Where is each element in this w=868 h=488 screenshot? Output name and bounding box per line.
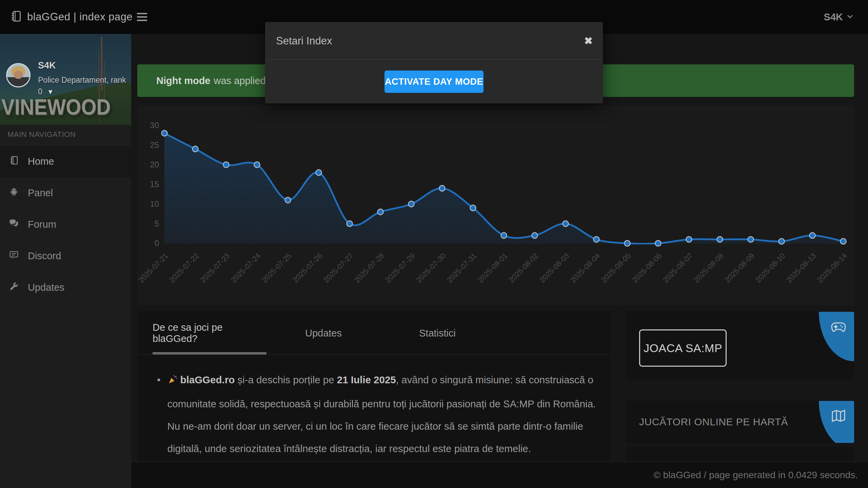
svg-text:2025-07-24: 2025-07-24: [229, 251, 262, 284]
setari-index-modal: Setari Index ✖ ACTIVATE DAY MODE: [265, 22, 603, 103]
avatar: [6, 63, 31, 87]
svg-text:2025-07-26: 2025-07-26: [291, 251, 324, 284]
footer-text: © blaGGed / page generated in 0.0429 sec…: [653, 470, 858, 481]
players-chart-card: 0510152025302025-07-212025-07-222025-07-…: [137, 105, 854, 305]
map-icon: [830, 408, 847, 424]
tab-de-ce-sa-joci[interactable]: De ce sa joci pe blaGGed?: [153, 312, 267, 354]
partial-card: [626, 447, 854, 462]
about-text-1: și-a deschis porțile pe: [235, 374, 337, 385]
sidebar-item-panel[interactable]: Panel: [0, 177, 131, 209]
players-line-chart: 0510152025302025-07-212025-07-222025-07-…: [137, 105, 854, 305]
svg-text:2025-07-22: 2025-07-22: [167, 251, 200, 284]
tab-updates[interactable]: Updates: [267, 312, 380, 354]
comments-icon: [9, 218, 19, 231]
modal-header: Setari Index ✖: [265, 22, 603, 60]
modal-title: Setari Index: [276, 22, 332, 60]
sidebar-item-forum[interactable]: Forum: [0, 209, 131, 240]
chevron-down-icon: [846, 13, 854, 21]
footer: © blaGGed / page generated in 0.0429 sec…: [131, 462, 868, 488]
tab-statistici[interactable]: Statistici: [380, 312, 494, 354]
svg-text:2025-08-13: 2025-08-13: [785, 251, 817, 284]
sidebar-item-updates[interactable]: Updates: [0, 272, 131, 303]
android-icon: [9, 187, 19, 199]
sidebar-item-label: Discord: [28, 250, 61, 262]
svg-text:2025-07-21: 2025-07-21: [137, 251, 170, 284]
about-bold-1: blaGGed.ro: [180, 374, 235, 385]
about-text-2: , având o singură misiune: să construias…: [167, 374, 596, 454]
svg-text:20: 20: [150, 160, 159, 169]
svg-text:2025-08-08: 2025-08-08: [692, 251, 725, 284]
wrench-icon: [9, 281, 19, 294]
sidebar-item-discord[interactable]: Discord: [0, 240, 131, 272]
svg-text:2025-07-31: 2025-07-31: [445, 251, 478, 284]
play-samp-card: JOACA SA:MP: [626, 312, 854, 379]
bullet: •: [157, 369, 161, 460]
svg-text:2025-08-02: 2025-08-02: [507, 251, 540, 284]
vinewood-sign-text: VINEWOOD: [1, 94, 131, 120]
svg-text:2025-07-28: 2025-07-28: [353, 251, 386, 284]
gamepad-icon: [830, 319, 847, 335]
close-icon[interactable]: ✖: [584, 22, 593, 60]
corner-badge: [819, 401, 854, 443]
user-rank-line2: 0: [38, 87, 42, 96]
svg-text:15: 15: [150, 180, 159, 189]
sidebar-item-label: Updates: [28, 282, 64, 293]
svg-text:2025-08-07: 2025-08-07: [661, 251, 694, 284]
sidebar-user-panel: VINEWOOD S4K Police Departament, rank 0▼: [0, 34, 131, 125]
svg-text:5: 5: [155, 219, 159, 228]
svg-text:2025-08-14: 2025-08-14: [815, 251, 848, 284]
activate-day-mode-button[interactable]: ACTIVATE DAY MODE: [384, 70, 484, 93]
svg-text:25: 25: [150, 140, 159, 149]
svg-text:2025-07-25: 2025-07-25: [260, 251, 293, 284]
sidebar-item-label: Panel: [28, 187, 53, 199]
logo-text: blaGGed | index page: [27, 11, 133, 23]
caret-down-icon[interactable]: ▼: [47, 86, 54, 98]
svg-text:2025-08-03: 2025-08-03: [538, 251, 571, 284]
play-samp-button[interactable]: JOACA SA:MP: [639, 329, 727, 367]
svg-text:2025-08-01: 2025-08-01: [476, 251, 509, 284]
svg-text:2025-07-23: 2025-07-23: [198, 251, 231, 284]
corner-badge: [819, 312, 854, 361]
about-bold-2: 21 Iulie 2025: [337, 374, 396, 385]
sidebar-toggle-hamburger-icon[interactable]: [137, 11, 149, 23]
svg-text:2025-07-30: 2025-07-30: [414, 251, 447, 284]
info-tabs-card: De ce sa joci pe blaGGed? Updates Statis…: [137, 312, 610, 462]
about-paragraph: • blaGGed.ro și-a deschis porțile pe 21 …: [157, 369, 598, 460]
logo[interactable]: blaGGed | index page: [9, 0, 133, 34]
svg-text:2025-08-05: 2025-08-05: [599, 251, 632, 284]
user-menu[interactable]: S4K: [824, 0, 854, 34]
svg-text:2025-08-10: 2025-08-10: [754, 251, 787, 284]
sidebar-item-label: Home: [28, 156, 54, 167]
players-map-title: JUCĂTORI ONLINE PE HARTĂ: [639, 401, 788, 443]
user-name: S4K: [38, 60, 126, 71]
notebook-logo-icon: [9, 10, 22, 24]
user-menu-label: S4K: [824, 12, 843, 23]
players-map-card: JUCĂTORI ONLINE PE HARTĂ: [626, 401, 854, 443]
sidebar-section-label: MAIN NAVIGATION: [7, 130, 76, 139]
svg-text:2025-07-29: 2025-07-29: [383, 251, 416, 284]
svg-text:2025-08-09: 2025-08-09: [723, 251, 756, 284]
svg-text:30: 30: [150, 121, 159, 130]
alert-bold-text: Night mode: [156, 75, 211, 86]
sidebar-item-home[interactable]: Home: [0, 146, 131, 177]
party-popper-icon: [167, 370, 178, 393]
svg-text:10: 10: [150, 199, 159, 208]
user-rank-line1: Police Departament, rank: [38, 76, 126, 84]
svg-text:2025-07-27: 2025-07-27: [322, 251, 355, 284]
svg-text:2025-08-06: 2025-08-06: [630, 251, 663, 284]
svg-text:0: 0: [155, 239, 159, 248]
tab-header: De ce sa joci pe blaGGed? Updates Statis…: [137, 312, 610, 355]
book-icon: [9, 155, 19, 168]
comment-alt-icon: [9, 250, 19, 262]
sidebar-item-label: Forum: [28, 219, 56, 230]
svg-text:2025-08-04: 2025-08-04: [569, 251, 601, 284]
sidebar: VINEWOOD S4K Police Departament, rank 0▼…: [0, 34, 131, 488]
